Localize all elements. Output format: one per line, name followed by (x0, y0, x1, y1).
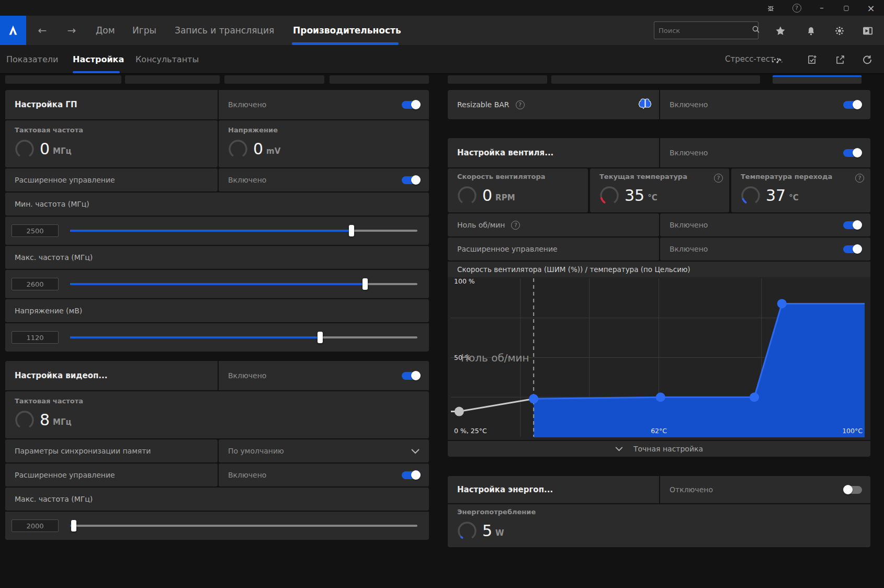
power-tuning-toggle[interactable] (843, 486, 862, 494)
cutoff-row-cell-selected[interactable] (773, 75, 862, 84)
nav-item-record-stream[interactable]: Запись и трансляция (175, 16, 274, 45)
current-temp-gauge-cell: ? Текущая температура 35 °C (590, 168, 729, 212)
status-text: Включено (219, 100, 402, 109)
gpu-clock-gauge-cell: Тактовая частота 0 МГц (5, 120, 218, 167)
reset-icon[interactable] (860, 52, 875, 67)
nav-item-performance[interactable]: Производительность (293, 16, 401, 45)
back-button[interactable]: ← (33, 16, 51, 45)
nav-item-games[interactable]: Игры (132, 16, 156, 45)
gauge-unit: mV (266, 146, 280, 156)
fine-tuning-label: Точная настройка (633, 445, 703, 453)
vram-advanced-toggle[interactable] (402, 471, 421, 479)
memory-timing-label-cell: Параметры синхронизации памяти (5, 439, 218, 462)
zero-rpm-toggle[interactable] (843, 221, 862, 229)
gpu-advanced-status-cell: Включено (219, 168, 429, 191)
curve-point[interactable] (529, 394, 538, 403)
power-tuning-status-row: Отключено (660, 476, 870, 503)
cutoff-row-cell[interactable] (551, 75, 760, 84)
min-freq-value-box[interactable]: 2500 (12, 224, 59, 237)
chevron-down-icon (411, 446, 420, 456)
fan-curve-chart[interactable]: 100 %50 %0 %, 25°C62°C100°CНоль об/мин (448, 277, 870, 440)
stress-test-label[interactable]: Стресс-тест (725, 45, 775, 73)
help-icon[interactable]: ? (511, 221, 520, 230)
min-freq-label-cell: Мин. частота (МГц) (5, 193, 429, 216)
vram-tuning-status-row: Включено (219, 361, 429, 390)
minimize-button[interactable]: – (814, 2, 830, 14)
max-freq-slider-row: 2600 (5, 270, 429, 298)
slider-handle[interactable] (349, 225, 354, 236)
help-icon[interactable]: ? (789, 2, 804, 14)
min-freq-slider[interactable] (70, 230, 417, 232)
cutoff-row-cell[interactable] (224, 75, 324, 84)
vram-tuning-toggle[interactable] (402, 372, 421, 380)
title-bar: ? – ▢ × (0, 0, 884, 16)
slider-handle[interactable] (362, 278, 368, 290)
notifications-bell-icon[interactable] (804, 24, 818, 38)
load-profile-icon[interactable] (804, 52, 819, 67)
collapse-panel-icon[interactable] (861, 24, 875, 38)
gauge-label: Напряжение (228, 126, 278, 134)
vram-max-freq-slider-row: 2000 (5, 512, 429, 540)
power-consumption-gauge-cell: Энергопотребление 5 W (448, 504, 870, 547)
max-freq-value-box[interactable]: 2600 (12, 278, 59, 290)
amd-logo[interactable] (0, 16, 26, 45)
curve-point[interactable] (750, 392, 759, 402)
gpu-tuning-toggle[interactable] (402, 101, 421, 109)
curve-point[interactable] (656, 392, 665, 402)
help-icon[interactable]: ? (516, 100, 525, 109)
fan-tuning-toggle[interactable] (843, 149, 862, 157)
slider-handle[interactable] (71, 520, 76, 532)
stress-test-gauge-icon[interactable] (770, 52, 785, 67)
junction-temp-gauge-cell: ? Температура перехода 37 °C (731, 168, 870, 212)
zero-rpm-status-cell: Включено (660, 213, 870, 236)
svg-text:100 %: 100 % (454, 277, 475, 285)
resizable-bar-toggle[interactable] (843, 101, 862, 109)
fan-tuning-header: Настройка вентиля... (448, 138, 659, 167)
share-profile-icon[interactable] (833, 52, 847, 67)
settings-gear-icon[interactable] (833, 24, 846, 38)
forward-button[interactable]: → (63, 16, 81, 45)
search-box[interactable] (654, 21, 758, 39)
gauge-arc (13, 136, 37, 162)
gauge-arc (597, 183, 621, 209)
tab-tuning[interactable]: Настройка (73, 45, 124, 73)
fan-advanced-toggle[interactable] (843, 245, 862, 253)
help-icon[interactable]: ? (714, 174, 723, 183)
svg-text:62°C: 62°C (651, 427, 667, 435)
close-button[interactable]: × (863, 2, 879, 14)
tab-advisors[interactable]: Консультанты (135, 45, 199, 73)
fine-tuning-expander[interactable]: Точная настройка (448, 441, 870, 457)
cutoff-row-cell[interactable] (125, 75, 220, 84)
active-tab-underline (73, 71, 120, 73)
voltage-slider[interactable] (70, 336, 417, 338)
cutoff-row-cell[interactable] (330, 75, 429, 84)
nav-item-home[interactable]: Дом (96, 16, 115, 45)
zero-rpm-label-cell: Ноль об/мин ? (448, 213, 659, 236)
maximize-button[interactable]: ▢ (838, 2, 854, 14)
max-freq-slider[interactable] (70, 283, 417, 285)
fan-curve-svg[interactable]: 100 %50 %0 %, 25°C62°C100°CНоль об/мин (448, 277, 870, 440)
gpu-advanced-toggle[interactable] (402, 176, 421, 184)
search-input[interactable] (654, 27, 752, 35)
slider-handle[interactable] (318, 332, 323, 343)
resizable-bar-status-cell: Включено (660, 90, 870, 119)
svg-text:Ноль об/мин: Ноль об/мин (461, 352, 529, 364)
cutoff-row-cell[interactable] (5, 75, 121, 84)
fan-speed-gauge-cell: Скорость вентилятора 0 RPM (448, 168, 588, 212)
voltage-slider-row: 1120 (5, 323, 429, 352)
help-icon[interactable]: ? (855, 174, 864, 183)
favorites-star-icon[interactable] (774, 24, 787, 38)
curve-point[interactable] (777, 299, 787, 308)
gauge-arc (739, 183, 763, 209)
cutoff-row-cell[interactable] (448, 75, 547, 84)
bug-report-icon[interactable] (763, 2, 778, 14)
voltage-value-box[interactable]: 1120 (12, 331, 59, 344)
vram-max-freq-slider[interactable] (70, 525, 417, 527)
gpu-tuning-header: Настройка ГП (5, 90, 218, 119)
vram-max-freq-value-box[interactable]: 2000 (12, 519, 59, 532)
memory-timing-dropdown[interactable]: По умолчанию (219, 439, 429, 462)
curve-point[interactable] (455, 407, 464, 416)
power-tuning-header: Настройка энергоп... (448, 476, 659, 503)
tab-metrics[interactable]: Показатели (6, 45, 58, 73)
fan-advanced-status-cell: Включено (660, 238, 870, 261)
